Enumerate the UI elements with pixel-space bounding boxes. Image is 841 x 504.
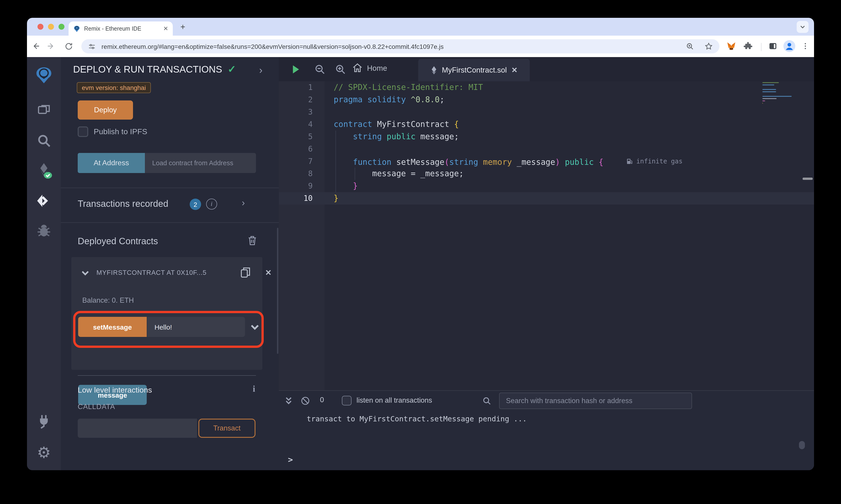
- code-editor[interactable]: 1// SPDX-License-Identifier: MIT2pragma …: [279, 81, 814, 390]
- panel-title-row: DEPLOY & RUN TRANSACTIONS ✓: [73, 64, 236, 75]
- settings-gear-icon[interactable]: ⚙: [27, 445, 61, 460]
- terminal-scrollbar-thumb[interactable]: [799, 441, 805, 449]
- deployed-contract-card: MYFIRSTCONTRACT AT 0X10F...5 ✕ Balance: …: [71, 257, 262, 370]
- tab-myfirstcontract[interactable]: MyFirstContract.sol ✕: [418, 59, 530, 81]
- copy-address-icon[interactable]: [240, 266, 252, 281]
- file-tab-close-icon[interactable]: ✕: [512, 66, 518, 74]
- code-line: 6: [279, 143, 814, 155]
- deploy-run-icon[interactable]: [27, 193, 61, 210]
- browser-tab[interactable]: Remix - Ethereum IDE ✕: [69, 21, 173, 36]
- deployed-contracts-title: Deployed Contracts: [78, 236, 158, 247]
- code-line: 4contract MyFirstContract {: [279, 118, 814, 130]
- close-window-button[interactable]: [37, 24, 44, 30]
- remix-icon-rail: ⚙: [27, 57, 61, 470]
- bookmark-star-icon[interactable]: [704, 42, 713, 51]
- remix-logo-icon[interactable]: [27, 66, 61, 85]
- transactions-recorded-label: Transactions recorded: [78, 199, 168, 209]
- tab-close-icon[interactable]: ✕: [163, 25, 168, 32]
- file-explorer-icon[interactable]: [27, 103, 61, 119]
- contract-balance: Balance: 0. ETH: [82, 296, 134, 305]
- tab-title: Remix - Ethereum IDE: [84, 25, 163, 32]
- panel-expand-chevron-icon[interactable]: ›: [259, 65, 262, 76]
- tab-home[interactable]: Home: [352, 62, 387, 73]
- browser-menu-icon[interactable]: [800, 41, 810, 51]
- setmessage-button[interactable]: setMessage: [78, 317, 147, 337]
- transact-button[interactable]: Transact: [199, 419, 256, 438]
- terminal-collapse-icon[interactable]: [284, 396, 293, 406]
- calldata-input[interactable]: [78, 419, 197, 438]
- browser-toolbar: remix.ethereum.org/#lang=en&optimize=fal…: [27, 36, 814, 57]
- terminal: 0 listen on all transactions transact to…: [279, 390, 814, 470]
- contract-collapse-chevron-icon[interactable]: [81, 270, 89, 278]
- editor-minimap[interactable]: [762, 82, 807, 105]
- code-line: 10}: [279, 192, 814, 204]
- code-line: 8 message = _message;: [279, 167, 814, 180]
- browser-tab-strip: Remix - Ethereum IDE ✕ +: [27, 18, 814, 36]
- publish-ipfs-label: Publish to IPFS: [94, 127, 147, 137]
- low-level-title: Low level interactions: [78, 386, 152, 395]
- home-icon: [352, 62, 363, 73]
- tab-search-button[interactable]: [797, 21, 809, 33]
- side-panel-icon[interactable]: [768, 41, 778, 51]
- panel-title: DEPLOY & RUN TRANSACTIONS: [73, 64, 222, 75]
- trash-icon[interactable]: [247, 235, 257, 248]
- code-line: 2pragma solidity ^0.8.0;: [279, 94, 814, 106]
- clear-console-icon[interactable]: [300, 396, 310, 406]
- zoom-out-icon[interactable]: [314, 64, 325, 76]
- transactions-count-badge: 2: [190, 199, 201, 210]
- remove-contract-icon[interactable]: ✕: [265, 268, 272, 277]
- zoom-window-button[interactable]: [58, 24, 65, 30]
- site-settings-icon[interactable]: [88, 42, 96, 51]
- code-line: 9 }: [279, 180, 814, 192]
- run-script-play-icon[interactable]: [292, 65, 300, 76]
- evm-version-badge: evm version: shanghai: [77, 82, 151, 93]
- file-tab-label: MyFirstContract.sol: [442, 66, 507, 74]
- setmessage-input[interactable]: [147, 317, 245, 337]
- transactions-info-icon[interactable]: i: [206, 199, 217, 210]
- minimize-window-button[interactable]: [48, 24, 54, 30]
- calldata-label: CALLDATA: [78, 403, 115, 411]
- forward-button[interactable]: [46, 41, 56, 51]
- terminal-prompt[interactable]: >: [288, 455, 293, 464]
- solidity-compiler-icon[interactable]: [27, 162, 61, 180]
- editor-area: Home MyFirstContract.sol ✕ 1// SPDX-Lice…: [279, 57, 814, 470]
- deploy-run-panel: DEPLOY & RUN TRANSACTIONS ✓ › evm versio…: [61, 57, 279, 470]
- publish-ipfs-checkbox[interactable]: [78, 126, 88, 137]
- reload-button[interactable]: [64, 41, 73, 51]
- toolbar-divider: [761, 43, 761, 51]
- setmessage-expand-chevron-icon[interactable]: [251, 324, 259, 332]
- zoom-in-icon[interactable]: [335, 64, 345, 76]
- extensions-puzzle-icon[interactable]: [743, 41, 753, 51]
- debugger-bug-icon[interactable]: [27, 223, 61, 239]
- code-line: 5 string public message;: [279, 130, 814, 143]
- minimap-scrollbar[interactable]: [803, 178, 813, 180]
- browser-window: Remix - Ethereum IDE ✕ + remix.ethereum.…: [27, 18, 814, 470]
- pending-tx-count: 0: [320, 396, 324, 404]
- at-address-input[interactable]: [145, 153, 256, 173]
- code-line: 7 function setMessage(string memory _mes…: [279, 155, 814, 167]
- panel-scrollbar[interactable]: [277, 228, 278, 354]
- listen-transactions-checkbox[interactable]: [342, 396, 351, 406]
- chevron-down-icon: [800, 24, 805, 30]
- solidity-file-icon: [430, 66, 437, 75]
- home-tab-label: Home: [367, 64, 387, 72]
- transactions-expand-chevron-icon[interactable]: ›: [242, 198, 245, 208]
- new-tab-button[interactable]: +: [179, 23, 187, 31]
- profile-avatar[interactable]: [784, 40, 795, 52]
- deploy-button[interactable]: Deploy: [78, 101, 133, 120]
- plugin-manager-icon[interactable]: [27, 414, 61, 429]
- compiled-check-icon: ✓: [228, 64, 236, 75]
- remix-favicon-icon: [73, 25, 81, 32]
- zoom-page-icon[interactable]: [686, 42, 694, 51]
- search-icon[interactable]: [27, 133, 61, 149]
- listen-transactions-label: listen on all transactions: [357, 396, 432, 404]
- at-address-button[interactable]: At Address: [78, 153, 145, 173]
- back-button[interactable]: [31, 41, 41, 51]
- metamask-extension-icon[interactable]: [726, 41, 736, 51]
- terminal-search-input[interactable]: [499, 393, 692, 409]
- low-level-info-icon[interactable]: i: [253, 384, 255, 394]
- editor-tab-bar: Home MyFirstContract.sol ✕: [279, 57, 814, 81]
- terminal-search-icon: [482, 396, 492, 406]
- gas-annotation: infinite gas: [626, 155, 682, 167]
- url-bar[interactable]: remix.ethereum.org/#lang=en&optimize=fal…: [81, 39, 719, 53]
